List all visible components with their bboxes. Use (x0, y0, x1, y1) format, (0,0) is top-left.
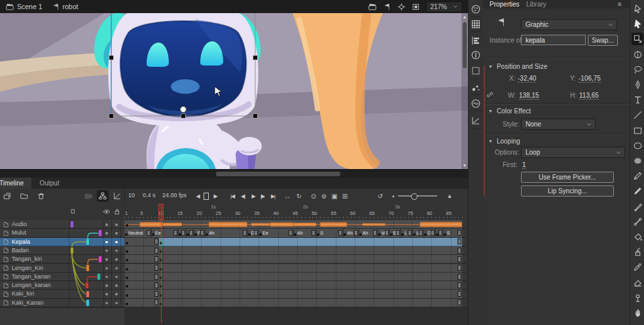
pen-tool[interactable] (632, 79, 643, 91)
cc-libraries-panel-icon[interactable] (471, 98, 482, 109)
panel-menu-icon[interactable]: ≡ (618, 0, 622, 9)
height-value[interactable]: 113,65 (579, 92, 599, 100)
modify-markers-button[interactable]: ⊞ (339, 190, 351, 202)
oval-primitive-tool[interactable] (632, 155, 643, 167)
section-color-effect[interactable]: ▼Color Effect (488, 107, 531, 115)
reset-timeline-zoom-button[interactable]: ↺ (374, 190, 386, 202)
free-transform-tool[interactable] (632, 33, 643, 45)
edit-scene-icon[interactable] (368, 2, 377, 11)
mouth-keyframe-label[interactable]: Ah (363, 231, 368, 235)
color-style-select[interactable]: None (521, 119, 596, 130)
layer-name[interactable]: Badan (12, 247, 29, 254)
subselection-tool[interactable] (632, 18, 643, 30)
tab-library[interactable]: Library (526, 0, 546, 9)
layer-name[interactable]: Tangan_kanan (12, 273, 50, 280)
mouth-keyframe-label[interactable]: Neutral (128, 231, 143, 235)
layer-parent-tag[interactable] (86, 239, 90, 245)
loop-playback-button[interactable]: ↻ (293, 190, 305, 202)
layer-frames-Kepala[interactable] (124, 238, 466, 246)
mouth-keyframe-label[interactable]: Ah (209, 231, 215, 235)
zoom-in-frames-icon[interactable]: ▲ (444, 190, 456, 202)
step-forward-button[interactable]: ▶ (209, 190, 221, 202)
go-to-last-frame-button[interactable]: ▶| (267, 190, 279, 202)
layer-name[interactable]: Kaki_kiri (12, 290, 34, 297)
motion-editor-panel-icon[interactable] (471, 115, 482, 126)
transform-handle[interactable] (253, 114, 258, 119)
frame-rate-value[interactable]: 24.00 fps (162, 192, 187, 199)
mouth-keyframe-label[interactable]: S (447, 231, 450, 235)
layer-name[interactable]: Audio (12, 221, 27, 227)
lock-all-layers-icon[interactable] (113, 208, 121, 216)
transform-handle[interactable] (109, 114, 114, 119)
canvas-vertical-scrollbar[interactable]: ▲ ▼ (461, 13, 468, 169)
layer-frames-Audio[interactable] (124, 220, 466, 229)
lip-syncing-button[interactable]: Lip Syncing... (521, 185, 614, 197)
layer-frames-Kaki_kiri[interactable] (124, 290, 466, 298)
zoom-level-select[interactable]: 217% (426, 1, 463, 12)
playhead-line[interactable] (161, 204, 162, 323)
text-tool[interactable] (632, 94, 643, 106)
transform-handle[interactable] (253, 56, 258, 60)
mouth-keyframe-label[interactable]: L (404, 231, 407, 235)
loop-options-select[interactable]: Loop (521, 147, 625, 158)
layer-parent-tag[interactable] (99, 230, 102, 237)
instance-name-field[interactable]: kepala (521, 35, 586, 45)
robot-head[interactable] (88, 13, 268, 126)
transformation-point[interactable] (181, 107, 187, 113)
center-frame-button[interactable]: ↔ (281, 190, 293, 202)
layer-parent-tag[interactable] (86, 299, 90, 306)
layer-parent-tag[interactable] (98, 273, 101, 280)
edit-symbol-icon[interactable] (383, 3, 391, 11)
delete-layer-button[interactable] (35, 190, 47, 202)
swatches-panel-icon[interactable] (471, 19, 482, 30)
mouth-keyframe-label[interactable]: Ee (262, 231, 268, 235)
mouth-keyframe-label[interactable]: Ee (155, 231, 161, 235)
layer-name[interactable]: Mulut (12, 229, 26, 236)
camera-icon[interactable] (82, 190, 94, 202)
breadcrumb-symbol[interactable]: robot (63, 3, 79, 10)
x-position-value[interactable]: -32,40 (518, 75, 536, 83)
section-position-and-size[interactable]: ▼Position and Size (488, 63, 547, 70)
layer-parent-tag[interactable] (71, 221, 74, 228)
rectangle-tool[interactable] (632, 124, 643, 137)
layer-name[interactable]: Tangan_kiri (12, 256, 42, 262)
eyedropper-tool[interactable] (632, 261, 643, 273)
mouth-keyframe-label[interactable]: S (320, 231, 323, 235)
layer-name[interactable]: Kepala (12, 239, 30, 245)
layer-frames-Lengan_kanan[interactable] (124, 281, 466, 290)
transform-handle[interactable] (181, 114, 186, 119)
timeline-zoom-slider[interactable] (398, 195, 437, 197)
width-value[interactable]: 138,15 (519, 92, 539, 100)
transform-panel-icon[interactable] (471, 66, 482, 77)
tab-properties[interactable]: Properties (490, 0, 520, 9)
info-panel-icon[interactable] (471, 50, 482, 61)
layer-frames-Tangan_kanan[interactable] (124, 273, 466, 281)
eraser-tool[interactable] (632, 277, 643, 289)
tab-output[interactable]: Output (31, 178, 67, 189)
use-frame-picker-button[interactable]: Use Frame Picker... (521, 172, 614, 183)
clip-content-icon[interactable] (412, 3, 420, 11)
layer-frames-Lengan_Kiri[interactable] (124, 264, 466, 273)
layer-frames-Kaki_Kanan[interactable] (124, 299, 466, 307)
layer-name[interactable]: Lengan_kanan (12, 282, 51, 288)
layer-name[interactable]: Lengan_Kiri (12, 265, 43, 271)
layer-frames-Tangan_kiri[interactable] (124, 255, 466, 263)
center-stage-icon[interactable] (397, 3, 406, 11)
graph-editor-button[interactable] (111, 190, 123, 202)
gradient-transform-tool[interactable] (632, 48, 643, 61)
breadcrumb-scene[interactable]: Scene 1 (17, 3, 43, 10)
current-frame-value[interactable]: 10 (128, 192, 135, 199)
ink-bottle-tool[interactable] (632, 246, 643, 258)
oval-tool[interactable] (632, 140, 643, 152)
classic-brush-tool[interactable] (632, 201, 643, 213)
brushes-panel-icon[interactable] (471, 83, 482, 94)
first-frame-value[interactable]: 1 (522, 161, 526, 169)
new-folder-button[interactable] (18, 190, 30, 202)
pencil-tool[interactable] (632, 170, 643, 182)
link-width-height-icon[interactable] (486, 90, 494, 99)
section-looping[interactable]: ▼Looping (488, 138, 520, 145)
layer-parent-tag[interactable] (71, 247, 74, 254)
selection-tool[interactable] (632, 3, 643, 15)
show-parenting-view-button[interactable] (97, 190, 109, 202)
mouth-keyframe-label[interactable]: Ah (297, 231, 303, 235)
